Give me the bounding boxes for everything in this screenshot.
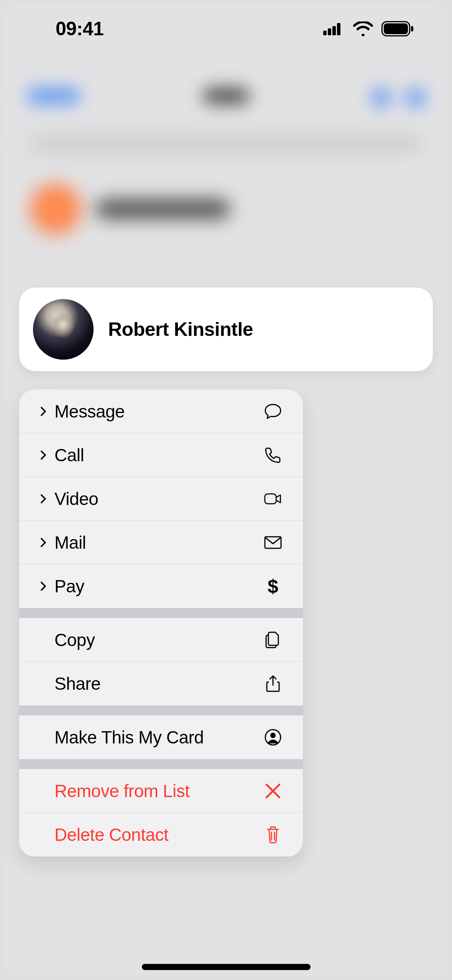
chevron-right-icon [35,449,52,461]
contact-preview-card[interactable]: Robert Kinsintle [19,288,433,371]
x-close-icon [261,779,284,802]
svg-rect-2 [332,26,336,35]
menu-label: Delete Contact [52,824,261,845]
contact-name: Robert Kinsintle [108,318,253,340]
dollar-sign-icon: $ [261,575,284,598]
menu-label: Pay [52,576,261,597]
status-icons [323,21,414,36]
menu-item-mail[interactable]: Mail [19,521,303,564]
menu-label: Share [52,673,261,694]
menu-item-video[interactable]: Video [19,477,303,521]
svg-rect-7 [411,26,413,31]
svg-rect-3 [337,23,340,35]
chevron-right-icon [35,580,52,592]
menu-label: Remove from List [52,781,261,801]
menu-item-pay[interactable]: Pay $ [19,564,303,608]
message-bubble-icon [261,400,284,423]
svg-point-11 [270,733,276,738]
status-bar: 09:41 [0,0,452,58]
menu-item-call[interactable]: Call [19,433,303,477]
menu-item-make-my-card[interactable]: Make This My Card [19,715,303,759]
chevron-right-icon [35,406,52,417]
status-time: 09:41 [56,18,104,40]
share-icon [261,672,284,695]
menu-item-remove-from-list[interactable]: Remove from List [19,769,303,813]
svg-rect-6 [384,23,408,34]
battery-icon [381,21,414,36]
svg-rect-0 [323,31,327,35]
menu-item-delete-contact[interactable]: Delete Contact [19,813,303,857]
wifi-icon [353,21,373,36]
chevron-right-icon [35,493,52,505]
menu-label: Make This My Card [52,727,261,748]
menu-label: Video [52,488,261,509]
mail-envelope-icon [261,531,284,554]
chevron-right-icon [35,537,52,548]
menu-label: Message [52,401,261,422]
trash-icon [261,823,284,846]
context-menu: Message Call Video [19,390,303,857]
menu-label: Mail [52,532,261,553]
menu-label: Call [52,445,261,465]
copy-documents-icon [261,628,284,651]
cellular-signal-icon [323,22,345,35]
menu-label: Copy [52,630,261,650]
person-circle-icon [261,726,284,749]
menu-item-message[interactable]: Message [19,390,303,433]
menu-item-copy[interactable]: Copy [19,618,303,662]
svg-rect-1 [328,28,331,35]
phone-icon [261,444,284,467]
avatar [33,299,94,360]
svg-rect-8 [265,494,276,504]
video-camera-icon [261,487,284,510]
menu-item-share[interactable]: Share [19,662,303,705]
home-indicator [142,964,311,970]
